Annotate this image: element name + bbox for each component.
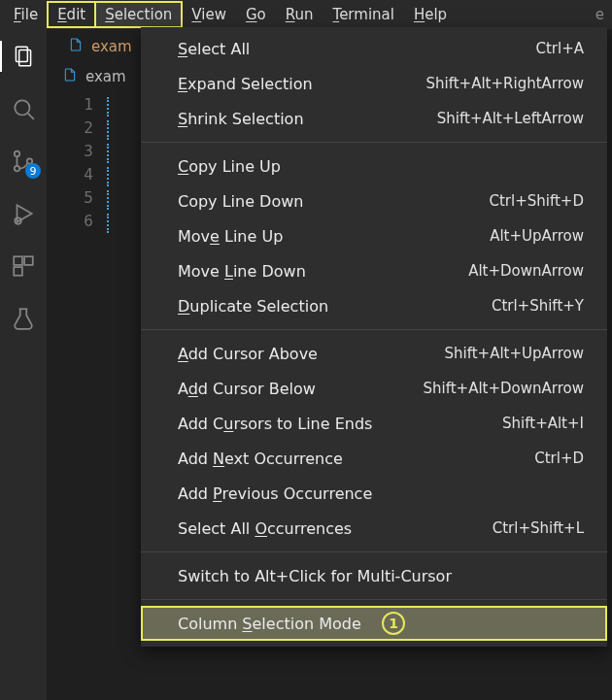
menuitem-add-cursor-above[interactable]: Add Cursor AboveShift+Alt+UpArrow xyxy=(141,336,607,371)
menuitem-label: Copy Line Up xyxy=(178,157,281,176)
svg-rect-1 xyxy=(19,50,31,66)
menubar-item-go[interactable]: Go xyxy=(236,2,276,27)
testing-icon[interactable] xyxy=(0,299,47,338)
highlight-badge: 1 xyxy=(382,612,405,635)
menuitem-expand-selection[interactable]: Expand SelectionShift+Alt+RightArrow xyxy=(141,66,607,101)
menuitem-accelerator: Ctrl+Shift+L xyxy=(493,519,584,537)
svg-rect-10 xyxy=(24,256,33,265)
line-number: 5 xyxy=(47,188,115,212)
line-number: 6 xyxy=(47,212,115,235)
extensions-icon[interactable] xyxy=(0,247,47,285)
menuitem-label: Add Next Occurrence xyxy=(178,450,343,468)
menuitem-select-all[interactable]: Select AllCtrl+A xyxy=(141,31,607,66)
menuitem-column-selection-mode[interactable]: Column Selection Mode1 xyxy=(141,606,607,641)
run-debug-icon[interactable] xyxy=(0,194,47,233)
svg-point-4 xyxy=(15,151,19,156)
menuitem-accelerator: Ctrl+Shift+D xyxy=(490,192,584,210)
menu-separator xyxy=(141,599,607,600)
breadcrumb-label: exam xyxy=(85,68,126,85)
search-icon[interactable] xyxy=(0,89,47,128)
menuitem-duplicate-selection[interactable]: Duplicate SelectionCtrl+Shift+Y xyxy=(141,288,607,323)
menuitem-move-line-up[interactable]: Move Line UpAlt+UpArrow xyxy=(141,218,607,253)
menuitem-move-line-down[interactable]: Move Line DownAlt+DownArrow xyxy=(141,253,607,288)
menuitem-accelerator: Shift+Alt+I xyxy=(502,415,584,432)
line-number: 4 xyxy=(47,165,115,188)
menubar-item-edit[interactable]: Edit xyxy=(48,2,95,27)
menu-separator xyxy=(141,329,607,330)
file-icon xyxy=(62,67,78,86)
menubar-item-run[interactable]: Run xyxy=(276,2,323,27)
menuitem-accelerator: Shift+Alt+UpArrow xyxy=(445,345,585,362)
menuitem-label: Copy Line Down xyxy=(178,192,303,211)
menuitem-accelerator: Shift+Alt+DownArrow xyxy=(424,380,585,397)
menubar-item-terminal[interactable]: Terminal xyxy=(323,2,404,27)
menuitem-add-next-occurrence[interactable]: Add Next OccurrenceCtrl+D xyxy=(141,441,607,476)
menuitem-label: Add Cursors to Line Ends xyxy=(178,415,372,433)
svg-rect-11 xyxy=(14,267,22,276)
line-number: 2 xyxy=(47,118,115,142)
svg-marker-7 xyxy=(17,205,32,221)
menuitem-label: Move Line Down xyxy=(178,262,306,281)
svg-point-2 xyxy=(15,100,29,115)
menubar-item-view[interactable]: View xyxy=(182,2,236,27)
menuitem-label: Select All Occurrences xyxy=(178,519,352,538)
menuitem-accelerator: Shift+Alt+LeftArrow xyxy=(437,110,584,127)
menuitem-label: Add Cursor Above xyxy=(178,345,318,363)
menuitem-add-previous-occurrence[interactable]: Add Previous Occurrence xyxy=(141,476,607,511)
svg-rect-9 xyxy=(14,256,22,265)
gutter: 123456 xyxy=(47,89,115,235)
menuitem-copy-line-down[interactable]: Copy Line DownCtrl+Shift+D xyxy=(141,183,607,218)
menubar-item-selection[interactable]: Selection xyxy=(95,2,182,27)
svg-line-3 xyxy=(28,114,34,119)
menuitem-label: Duplicate Selection xyxy=(178,297,328,316)
line-number: 3 xyxy=(47,142,115,165)
line-number: 1 xyxy=(47,95,115,118)
menuitem-label: Add Cursor Below xyxy=(178,380,316,398)
selection-menu-dropdown: Select AllCtrl+AExpand SelectionShift+Al… xyxy=(141,27,607,647)
menubar-item-file[interactable]: File xyxy=(4,2,48,27)
menuitem-accelerator: Ctrl+A xyxy=(535,40,584,57)
menuitem-add-cursors-to-line-ends[interactable]: Add Cursors to Line EndsShift+Alt+I xyxy=(141,406,607,441)
menu-separator xyxy=(141,142,607,143)
menuitem-switch-to-alt-click-for-multi-cursor[interactable]: Switch to Alt+Click for Multi-Cursor xyxy=(141,558,607,593)
menuitem-label: Select All xyxy=(178,40,250,58)
menuitem-label: Move Line Up xyxy=(178,227,283,246)
tab-label: exam xyxy=(91,38,132,55)
menuitem-shrink-selection[interactable]: Shrink SelectionShift+Alt+LeftArrow xyxy=(141,101,607,136)
menubar: FileEditSelectionViewGoRunTerminalHelpe xyxy=(0,0,612,29)
menuitem-label: Shrink Selection xyxy=(178,110,304,128)
menuitem-accelerator: Alt+UpArrow xyxy=(490,227,584,245)
menuitem-label: Add Previous Occurrence xyxy=(178,484,372,503)
menuitem-accelerator: Shift+Alt+RightArrow xyxy=(426,75,585,92)
menuitem-accelerator: Alt+DownArrow xyxy=(468,262,584,280)
menuitem-select-all-occurrences[interactable]: Select All OccurrencesCtrl+Shift+L xyxy=(141,511,607,546)
explorer-icon[interactable] xyxy=(0,37,47,76)
menubar-overflow: e xyxy=(595,6,608,23)
source-control-badge: 9 xyxy=(25,163,41,179)
menuitem-label: Column Selection Mode xyxy=(178,615,361,633)
activity-bar: 9 xyxy=(0,29,47,700)
menuitem-accelerator: Ctrl+D xyxy=(534,450,584,467)
svg-point-5 xyxy=(15,166,19,171)
editor-tab[interactable]: exam xyxy=(58,33,142,60)
menuitem-label: Switch to Alt+Click for Multi-Cursor xyxy=(178,567,452,585)
file-icon xyxy=(68,37,84,56)
menubar-item-help[interactable]: Help xyxy=(404,2,457,27)
menuitem-copy-line-up[interactable]: Copy Line Up xyxy=(141,149,607,183)
menu-separator xyxy=(141,551,607,552)
menuitem-accelerator: Ctrl+Shift+Y xyxy=(492,297,584,315)
menuitem-label: Expand Selection xyxy=(178,75,313,93)
source-control-icon[interactable]: 9 xyxy=(0,142,47,181)
svg-rect-0 xyxy=(16,47,27,61)
menuitem-add-cursor-below[interactable]: Add Cursor BelowShift+Alt+DownArrow xyxy=(141,371,607,406)
